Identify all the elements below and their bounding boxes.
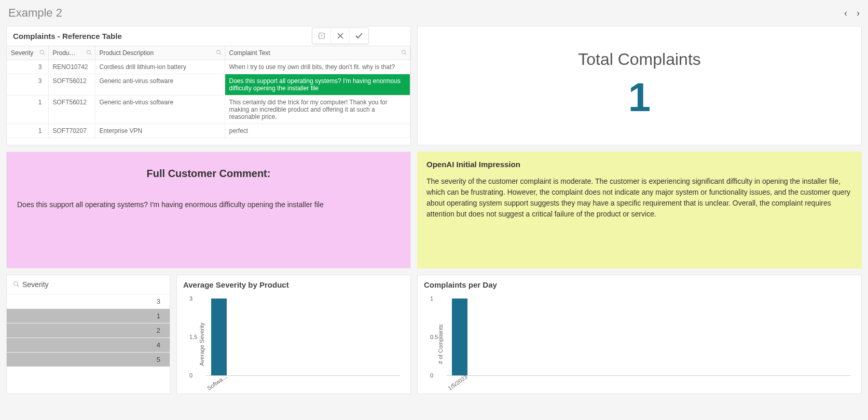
table-cell[interactable]: 1 [7,124,48,138]
chart-bar[interactable] [452,299,467,375]
table-row[interactable]: 3RENO10742Cordless drill lithium-ion bat… [7,60,410,74]
severity-filter-panel: Severity 31245 [6,275,170,394]
column-header[interactable]: Severity [7,46,48,60]
table-cell[interactable]: When i try to use my own drill bits, the… [225,60,410,74]
full-comment-panel: Full Customer Comment: Does this support… [6,152,411,268]
avg-severity-chart-panel: Average Severity by Product Average Seve… [176,275,411,394]
complaints-per-day-chart-panel: Complaints per Day # of Complaints 00.51… [417,275,862,394]
severity-filter-label: Severity [22,280,49,289]
svg-point-10 [402,50,405,54]
severity-filter-item[interactable]: 2 [7,323,170,337]
kpi-title: Total Complaints [578,50,701,69]
avg-severity-chart-title: Average Severity by Product [177,275,410,294]
full-comment-body: Does this support all operating systems?… [17,200,400,209]
y-tick: 1 [430,295,433,302]
svg-point-8 [216,50,220,54]
svg-line-11 [405,53,407,55]
column-header[interactable]: Complaint Text [225,46,410,60]
table-cell[interactable]: Cordless drill lithium-ion battery [95,60,225,74]
complaints-table: SeverityProdu…Product DescriptionComplai… [7,46,410,138]
svg-line-7 [90,53,91,55]
chart-bar[interactable] [211,299,227,375]
column-header[interactable]: Product Description [95,46,225,60]
table-cell[interactable]: RENO10742 [48,60,95,74]
table-cell[interactable]: SOFT70207 [48,124,95,138]
table-cell[interactable]: SOFT56012 [48,96,95,124]
table-cell[interactable]: Does this support all operating systems?… [225,74,410,96]
impression-body: The severity of the customer complaint i… [426,176,852,220]
table-row[interactable]: 3SOFT56012Generic anti-virus softwareDoe… [7,74,410,96]
complaints-per-day-chart-title: Complaints per Day [418,275,861,294]
table-cell[interactable]: Enterprise VPN [95,124,225,138]
svg-line-9 [219,53,221,55]
table-row[interactable]: 1SOFT70207Enterprise VPNperfect [7,124,410,138]
lasso-select-button[interactable] [312,28,331,44]
confirm-selection-button[interactable] [350,28,368,44]
search-icon[interactable] [216,50,222,57]
complaints-per-day-plot[interactable]: 00.51 [447,299,851,376]
search-icon[interactable] [39,50,45,57]
column-header[interactable]: Produ… [48,46,95,60]
complaints-per-day-ylabel: # of Complaints [437,324,444,363]
table-cell[interactable]: This certainly did the trick for my comp… [225,96,410,124]
severity-filter-item[interactable]: 4 [7,337,170,352]
table-cell[interactable]: Generic anti-virus software [95,74,225,96]
table-cell[interactable]: Generic anti-virus software [95,96,225,124]
selection-action-bar [312,28,369,44]
svg-line-13 [17,285,19,287]
avg-severity-ylabel: Average Severity [199,322,205,366]
y-tick: 0 [430,372,433,378]
y-tick: 1.5 [189,334,197,340]
openai-impression-panel: OpenAI Initial Impression The severity o… [417,152,862,268]
search-icon[interactable] [401,50,407,57]
x-tick-label: 1/5/2023 [447,373,469,391]
y-tick: 0 [189,372,192,378]
svg-point-12 [14,281,18,286]
total-complaints-kpi: Total Complaints 1 [417,26,862,145]
table-cell[interactable]: 3 [7,60,48,74]
severity-filter-item[interactable]: 5 [7,352,170,367]
y-tick: 3 [189,295,192,302]
full-comment-title: Full Customer Comment: [17,168,400,180]
search-icon[interactable] [13,281,19,289]
kpi-value: 1 [628,73,651,122]
page-title: Example 2 [8,6,62,20]
table-cell[interactable]: 1 [7,96,48,124]
svg-point-1 [321,35,322,36]
severity-filter-item[interactable]: 3 [7,294,170,308]
impression-title: OpenAI Initial Impression [426,160,852,169]
complaints-table-panel: Complaints - Reference Table SeverityPro… [6,26,411,145]
y-tick: 0.5 [430,334,438,340]
cancel-selection-button[interactable] [331,28,350,44]
severity-filter-item[interactable]: 1 [7,308,170,323]
table-cell[interactable]: SOFT56012 [48,74,95,96]
search-icon[interactable] [86,50,92,57]
prev-page-button[interactable]: ‹ [844,8,847,19]
table-row[interactable]: 1SOFT56012Generic anti-virus softwareThi… [7,96,410,124]
table-cell[interactable]: 3 [7,74,48,96]
next-page-button[interactable]: › [857,8,860,19]
svg-line-5 [43,53,45,55]
avg-severity-plot[interactable]: 01.53 [206,299,400,376]
svg-point-6 [87,50,90,54]
svg-point-4 [40,50,44,54]
table-cell[interactable]: perfect [225,124,410,138]
